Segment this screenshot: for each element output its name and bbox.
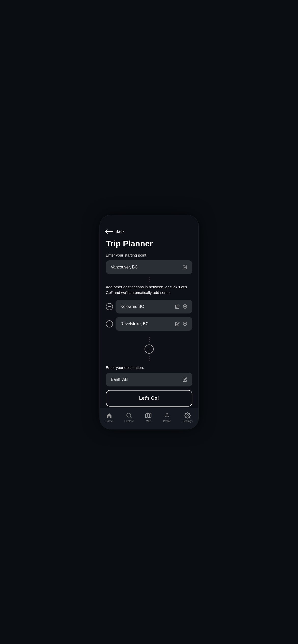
svg-line-5 [130,416,131,417]
remove-waypoint-1-button[interactable] [106,303,113,310]
pin-waypoint-2-button[interactable] [183,322,187,326]
edit-start-button[interactable] [183,265,187,269]
middle-description: Add other destinations in between, or cl… [106,284,192,296]
connector-dots-3 [149,354,150,364]
nav-explore-label: Explore [124,420,134,423]
waypoint-2-value: Revelstoke, BC [121,322,149,326]
lets-go-button[interactable]: Let's Go! [106,390,192,407]
edit-destination-button[interactable] [183,377,187,382]
status-bar [100,215,198,226]
starting-point-value: Vancouver, BC [111,265,138,269]
destination-value: Banff, AB [111,377,128,382]
minus-icon [108,306,111,307]
back-label: Back [116,229,125,234]
waypoint-1-input[interactable]: Kelowna, BC [116,300,192,313]
svg-point-0 [184,306,186,307]
connector-dots-2 [149,334,150,345]
add-stop-section [106,334,192,364]
pin-waypoint-1-button[interactable] [183,304,187,309]
nav-settings-label: Settings [182,420,193,423]
svg-point-9 [166,413,168,415]
phone-frame: Back Trip Planner Enter your starting po… [100,215,199,429]
svg-marker-6 [146,413,151,418]
settings-icon [185,412,191,418]
connector-dots-1 [106,274,192,284]
edit-waypoint-1-button[interactable] [175,304,180,309]
page-title: Trip Planner [106,239,192,248]
destination-label: Enter your destination. [106,365,192,370]
starting-point-label: Enter your starting point. [106,253,192,257]
explore-icon [126,412,132,418]
nav-profile-label: Profile [163,420,171,423]
waypoint-2-input[interactable]: Revelstoke, BC [116,317,192,331]
svg-point-1 [184,323,186,324]
nav-map-label: Map [146,420,151,423]
map-icon [145,412,151,418]
nav-settings[interactable]: Settings [180,412,195,423]
nav-home-label: Home [105,420,113,423]
destination-input[interactable]: Banff, AB [106,373,192,386]
minus-icon [108,324,111,324]
bottom-navigation: Home Explore Map [100,408,198,429]
nav-map[interactable]: Map [143,412,154,423]
waypoint-1-value: Kelowna, BC [121,304,144,309]
svg-point-10 [187,415,188,416]
nav-profile[interactable]: Profile [161,412,174,423]
nav-home[interactable]: Home [103,412,115,423]
starting-point-input[interactable]: Vancouver, BC [106,260,192,274]
back-button[interactable]: Back [106,229,125,234]
remove-waypoint-2-button[interactable] [106,320,113,327]
nav-explore[interactable]: Explore [122,412,136,423]
home-icon [106,412,112,418]
waypoint-row-2: Revelstoke, BC [106,317,192,331]
main-content: Back Trip Planner Enter your starting po… [100,226,198,408]
add-stop-button[interactable] [145,345,154,354]
waypoint-row-1: Kelowna, BC [106,300,192,313]
profile-icon [164,412,170,418]
back-arrow-icon [106,231,113,232]
edit-waypoint-2-button[interactable] [175,322,180,326]
